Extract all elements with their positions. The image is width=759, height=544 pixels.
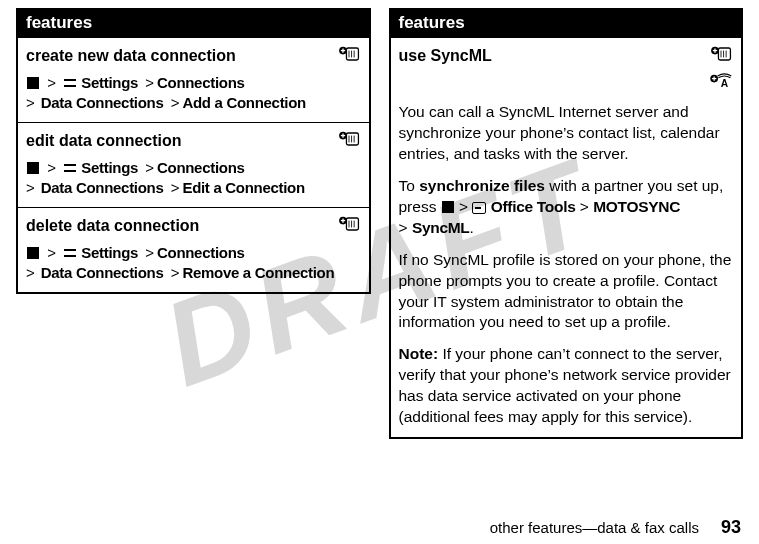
- settings-glyph-icon: [63, 247, 77, 259]
- create-path: > Settings >Connections >Data Connection…: [26, 73, 361, 114]
- settings-glyph-icon: [63, 162, 77, 174]
- footer-section: other features—data & fax calls: [490, 519, 699, 536]
- syncml-p2: To synchronize files with a partner you …: [399, 176, 734, 239]
- syncml-p3: If no SyncML profile is stored on your p…: [399, 250, 734, 334]
- create-title: create new data connection: [26, 45, 236, 67]
- right-features-table: features use SyncML A You can call a Syn…: [389, 8, 744, 439]
- center-key-icon: [27, 247, 39, 259]
- delete-title: delete data connection: [26, 215, 199, 237]
- center-key-icon: [27, 77, 39, 89]
- settings-glyph-icon: [63, 77, 77, 89]
- signal-plus-icon: A: [709, 73, 733, 97]
- row-create-connection: create new data connection > Settings >C…: [17, 38, 370, 123]
- left-features-table: features create new data connection > Se…: [16, 8, 371, 294]
- svg-rect-7: [346, 133, 358, 145]
- row-delete-connection: delete data connection > Settings >Conne…: [17, 208, 370, 294]
- edit-path: > Settings >Connections >Data Connection…: [26, 158, 361, 199]
- page-footer: other features—data & fax calls 93: [490, 517, 741, 538]
- sim-plus-icon: [337, 45, 361, 63]
- svg-rect-14: [346, 218, 358, 230]
- office-glyph-icon: [472, 202, 486, 214]
- delete-path: > Settings >Connections >Data Connection…: [26, 243, 361, 284]
- left-table-header: features: [17, 9, 370, 38]
- footer-page-number: 93: [721, 517, 741, 538]
- sim-plus-icon: [337, 215, 361, 233]
- right-table-header: features: [390, 9, 743, 38]
- syncml-note: Note: If your phone can’t connect to the…: [399, 344, 734, 428]
- row-syncml: use SyncML A You can call a SyncML Inter…: [390, 38, 743, 439]
- right-column: features use SyncML A You can call a Syn…: [389, 8, 744, 439]
- syncml-title: use SyncML: [399, 45, 492, 67]
- edit-title: edit data connection: [26, 130, 182, 152]
- sim-plus-icon: [337, 130, 361, 148]
- svg-rect-0: [346, 48, 358, 60]
- center-key-icon: [27, 162, 39, 174]
- center-key-icon: [442, 201, 454, 213]
- svg-rect-21: [718, 48, 730, 60]
- syncml-p1: You can call a SyncML Internet server an…: [399, 102, 734, 165]
- svg-text:A: A: [721, 78, 729, 89]
- left-column: features create new data connection > Se…: [16, 8, 371, 439]
- row-edit-connection: edit data connection > Settings >Connect…: [17, 123, 370, 208]
- sim-plus-icon: [709, 45, 733, 69]
